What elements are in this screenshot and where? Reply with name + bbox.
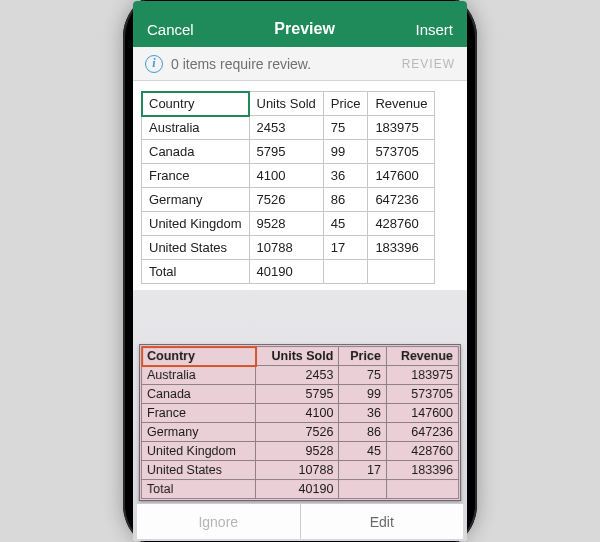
nav-bar: Cancel Preview Insert: [133, 11, 467, 47]
header-cell[interactable]: Price: [323, 92, 368, 116]
cell[interactable]: United Kingdom: [142, 212, 250, 236]
cell[interactable]: 647236: [368, 188, 435, 212]
captured-image-area[interactable]: Country Units Sold Price Revenue Austral…: [133, 290, 467, 541]
photo-cell: 183396: [386, 461, 458, 480]
review-bar: i 0 items require review. REVIEW: [133, 47, 467, 81]
photo-header: Units Sold: [256, 347, 339, 366]
photo-cell: 45: [339, 442, 387, 461]
bottom-toolbar: Ignore Edit: [137, 503, 463, 539]
photo-cell: 2453: [256, 366, 339, 385]
content-area: Country Units Sold Price Revenue Austral…: [133, 81, 467, 541]
photo-cell: Australia: [142, 366, 256, 385]
cell[interactable]: France: [142, 164, 250, 188]
review-message: 0 items require review.: [171, 56, 311, 72]
review-button[interactable]: REVIEW: [402, 57, 455, 71]
photo-cell: 4100: [256, 404, 339, 423]
photo-header: Country: [142, 347, 256, 366]
ignore-button[interactable]: Ignore: [137, 504, 301, 539]
photo-cell: 647236: [386, 423, 458, 442]
cell[interactable]: United States: [142, 236, 250, 260]
cell[interactable]: [323, 260, 368, 284]
photo-cell: United States: [141, 461, 255, 480]
photo-cell: 573705: [386, 385, 458, 404]
photo-cell: 86: [339, 423, 387, 442]
screen: Cancel Preview Insert i 0 items require …: [133, 1, 467, 541]
table-row: Total40190: [142, 260, 435, 284]
photo-cell: 7526: [256, 423, 339, 442]
table-row: United States1078817183396: [142, 236, 435, 260]
cell[interactable]: Total: [142, 260, 250, 284]
page-title: Preview: [274, 20, 334, 38]
cell[interactable]: 40190: [249, 260, 323, 284]
photo-header: Price: [339, 347, 386, 366]
header-cell[interactable]: Units Sold: [249, 92, 323, 116]
table-row: Canada579599573705: [142, 140, 435, 164]
photo-cell: 99: [339, 385, 387, 404]
data-grid-wrap: Country Units Sold Price Revenue Austral…: [133, 81, 467, 290]
photo-cell: 10788: [256, 461, 339, 480]
cell[interactable]: 17: [323, 236, 368, 260]
photo-cell: 36: [339, 404, 387, 423]
insert-button[interactable]: Insert: [415, 21, 453, 38]
cell[interactable]: Australia: [142, 116, 250, 140]
data-grid[interactable]: Country Units Sold Price Revenue Austral…: [141, 91, 435, 284]
photo-cell: [339, 480, 387, 499]
photo-cell: France: [142, 404, 256, 423]
cell[interactable]: 573705: [368, 140, 435, 164]
cell[interactable]: 75: [323, 116, 368, 140]
cell[interactable]: 45: [323, 212, 368, 236]
photo-cell: United Kingdom: [141, 442, 255, 461]
cell[interactable]: 10788: [249, 236, 323, 260]
photo-cell: 9528: [256, 442, 339, 461]
cancel-button[interactable]: Cancel: [147, 21, 194, 38]
header-cell[interactable]: Country: [142, 92, 250, 116]
photo-cell: 428760: [386, 442, 458, 461]
cell[interactable]: Germany: [142, 188, 250, 212]
cell[interactable]: 86: [323, 188, 368, 212]
photo-header: Revenue: [386, 347, 458, 366]
cell[interactable]: 9528: [249, 212, 323, 236]
cell[interactable]: 36: [323, 164, 368, 188]
cell[interactable]: 2453: [249, 116, 323, 140]
photo-cell: Total: [141, 480, 255, 499]
photo-cell: 183975: [386, 366, 458, 385]
table-row: United Kingdom952845428760: [142, 212, 435, 236]
photo-cell: 75: [339, 366, 387, 385]
table-row: Australia245375183975: [142, 116, 435, 140]
cell[interactable]: 4100: [249, 164, 323, 188]
cell[interactable]: 5795: [249, 140, 323, 164]
cell[interactable]: 147600: [368, 164, 435, 188]
photo-cell: 40190: [256, 480, 339, 499]
cell[interactable]: 428760: [368, 212, 435, 236]
cell[interactable]: Canada: [142, 140, 250, 164]
cell[interactable]: 183396: [368, 236, 435, 260]
table-header-row: Country Units Sold Price Revenue: [142, 92, 435, 116]
photo-cell: 5795: [256, 385, 339, 404]
status-bar: [133, 1, 467, 11]
edit-button[interactable]: Edit: [301, 504, 464, 539]
table-row: France410036147600: [142, 164, 435, 188]
cell[interactable]: 7526: [249, 188, 323, 212]
info-icon: i: [145, 55, 163, 73]
photo-cell: 147600: [386, 404, 458, 423]
cell[interactable]: 183975: [368, 116, 435, 140]
captured-image-table: Country Units Sold Price Revenue Austral…: [139, 344, 461, 501]
cell[interactable]: 99: [323, 140, 368, 164]
cell[interactable]: [368, 260, 435, 284]
phone-frame: Cancel Preview Insert i 0 items require …: [123, 0, 477, 542]
header-cell[interactable]: Revenue: [368, 92, 435, 116]
photo-cell: [386, 480, 458, 499]
photo-cell: Canada: [142, 385, 256, 404]
table-row: Germany752686647236: [142, 188, 435, 212]
photo-cell: 17: [339, 461, 387, 480]
photo-cell: Germany: [141, 423, 255, 442]
